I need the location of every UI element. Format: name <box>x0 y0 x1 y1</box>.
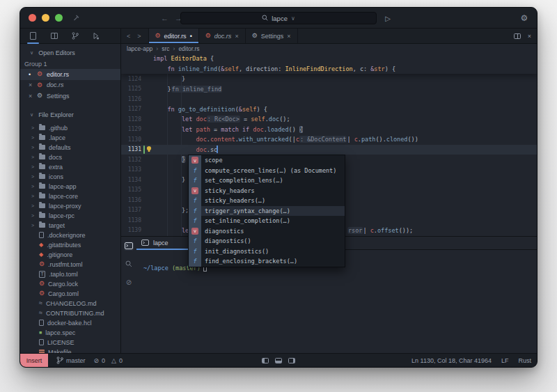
close-editor-icon[interactable]: × <box>528 33 531 40</box>
code-line[interactable]: 1124 } <box>121 74 537 84</box>
tree-file-Cargo-toml[interactable]: ⚙Cargo.toml <box>20 289 120 299</box>
completion-item[interactable]: vsticky_headers <box>189 186 345 196</box>
completion-item[interactable]: ftrigger_syntax_change(…) <box>189 206 345 217</box>
tree-file-LICENSE[interactable]: LICENSE <box>20 338 120 347</box>
completion-item[interactable]: fset_completion_lens(…) <box>189 175 345 186</box>
code-line[interactable]: 1126 <box>121 94 537 104</box>
chevron-right-icon: > <box>31 125 36 130</box>
zoom-window-button[interactable] <box>55 14 63 22</box>
close-file-icon[interactable]: × <box>29 93 33 100</box>
tree-folder-defaults[interactable]: >defaults <box>20 143 120 152</box>
completion-item[interactable]: fdiagnostics() <box>189 236 345 246</box>
tree-folder-target[interactable]: >target <box>20 221 120 230</box>
tree-folder-extra[interactable]: >extra <box>20 162 120 172</box>
file-explorer-icon[interactable] <box>29 31 38 41</box>
tree-folder-lapce-app[interactable]: >lapce-app <box>20 182 120 191</box>
tree-folder-docs[interactable]: >docs <box>20 152 120 162</box>
completion-item[interactable]: finit_diagnostics() <box>189 246 345 257</box>
nav-back-button[interactable]: ← <box>161 14 168 22</box>
tree-file--gitattributes[interactable]: ◆.gitattributes <box>20 240 120 250</box>
tree-folder-lapce-proxy[interactable]: >lapce-proxy <box>20 201 120 211</box>
rust-file-icon: ⚙ <box>205 33 211 39</box>
breadcrumb-segment[interactable]: src <box>162 45 169 52</box>
code-line[interactable]: 1125 }fn inline_find <box>121 84 537 95</box>
command-palette-input[interactable]: lapce ∨ <box>180 12 377 24</box>
code-line[interactable]: 1131 doc.sc <box>121 145 537 155</box>
tree-file--taplo-toml[interactable]: T.taplo.toml <box>20 269 120 279</box>
breadcrumb-segment[interactable]: editor.rs <box>178 45 199 52</box>
tab-doc-rs[interactable]: ⚙doc.rs× <box>199 29 246 43</box>
close-tab-icon[interactable]: × <box>235 33 238 40</box>
completion-label: diagnostics <box>201 228 244 235</box>
completion-item[interactable]: fsticky_headers(…) <box>189 196 345 206</box>
line-number: 1131 <box>121 146 141 152</box>
code-line[interactable]: 1129 let path = match if doc.loaded() { <box>121 125 537 135</box>
toggle-bottom-panel-icon[interactable] <box>275 358 282 363</box>
source-control-icon[interactable] <box>70 31 79 41</box>
problems-indicator[interactable]: ⊘0 △0 <box>94 357 123 364</box>
close-tab-icon[interactable]: × <box>287 33 290 40</box>
open-editors-header[interactable]: ∨ Open Editors <box>20 47 120 58</box>
completion-popup: vscopefcompute_screen_lines(…) (as Docum… <box>188 155 345 267</box>
tab-editor-rs[interactable]: ⚙editor.rs• <box>148 29 199 43</box>
git-branch-indicator[interactable]: master <box>56 356 86 364</box>
sticky-line[interactable]: fn inline_find(&self, direction: InlineF… <box>121 64 537 75</box>
tab-settings[interactable]: ⚙Settings× <box>246 29 298 43</box>
completion-item[interactable]: fset_inline_completion(…) <box>189 216 345 226</box>
tree-folder--lapce[interactable]: >.lapce <box>20 133 120 143</box>
line-ending[interactable]: LF <box>501 357 509 364</box>
split-editor-icon[interactable] <box>514 33 521 39</box>
tree-folder--github[interactable]: >.github <box>20 123 120 133</box>
breadcrumb-segment[interactable]: lapce-app <box>127 45 152 52</box>
tree-file-docker-bake-hcl[interactable]: docker-bake.hcl <box>20 318 120 328</box>
terminal-icon <box>125 242 133 251</box>
cursor-position[interactable]: Ln 1130, Col 18, Char 41964 <box>411 357 492 364</box>
plugin-icon[interactable] <box>49 31 58 41</box>
close-window-button[interactable] <box>29 14 36 22</box>
run-button[interactable]: ▷ <box>381 12 395 24</box>
error-list-icon: ⊘ <box>126 279 132 286</box>
tab-scroll-left-icon[interactable]: < <box>127 33 130 40</box>
tree-file-Makefile[interactable]: Makefile <box>20 347 120 354</box>
open-editor-item[interactable]: •⚙editor.rs <box>20 69 120 80</box>
tree-file-lapce-spec[interactable]: ■lapce.spec <box>20 328 120 338</box>
code-line[interactable]: 1128 let doc: Rc<Doc> = self.doc(); <box>121 114 537 125</box>
open-editor-item[interactable]: ×⚙doc.rs <box>20 80 120 91</box>
completion-item[interactable]: ffind_enclosing_brackets(…) <box>189 256 345 267</box>
tree-folder-icons[interactable]: >icons <box>20 172 120 182</box>
language-mode[interactable]: Rust <box>518 357 531 364</box>
file-label: docker-bake.hcl <box>47 320 92 327</box>
file-label: .gitattributes <box>47 242 81 249</box>
open-editor-item[interactable]: ×⚙Settings <box>20 91 120 102</box>
tree-file-Cargo-lock[interactable]: ⚙Cargo.lock <box>20 279 120 289</box>
sticky-line[interactable]: impl EditorData { <box>121 54 537 64</box>
toggle-left-panel-icon[interactable] <box>262 358 269 363</box>
completion-item[interactable]: vscope <box>189 155 345 166</box>
settings-gear-icon[interactable]: ⚙ <box>517 12 531 24</box>
tab-scroll-right-icon[interactable]: > <box>137 33 141 40</box>
folder-icon <box>39 135 45 140</box>
search-icon[interactable] <box>124 260 134 269</box>
tree-file-CHANGELOG-md[interactable]: ≈CHANGELOG.md <box>20 299 120 308</box>
folder-label: defaults <box>49 144 71 151</box>
tree-folder-lapce-core[interactable]: >lapce-core <box>20 191 120 201</box>
function-kind-icon: f <box>193 258 196 265</box>
tree-folder-lapce-rpc[interactable]: >lapce-rpc <box>20 211 120 221</box>
code-line[interactable]: 1130 doc.content.with_untracked(|c: &Doc… <box>121 134 537 145</box>
terminal-icon[interactable] <box>124 242 134 251</box>
tree-file--gitignore[interactable]: ◆.gitignore <box>20 250 120 260</box>
minimize-window-button[interactable] <box>42 14 49 22</box>
completion-item[interactable]: vdiagnostics <box>189 226 345 237</box>
tree-file--dockerignore[interactable]: .dockerignore <box>20 230 120 240</box>
error-list-icon[interactable]: ⊘ <box>124 278 134 287</box>
debug-icon[interactable] <box>91 31 100 41</box>
tree-file-CONTRIBUTING-md[interactable]: ≈CONTRIBUTING.md <box>20 308 120 318</box>
code-line[interactable]: 1127 fn go_to_definition(&self) { <box>121 104 537 115</box>
line-number: 1124 <box>121 76 141 82</box>
close-file-icon[interactable]: × <box>29 81 33 88</box>
tree-file--rustfmt-toml[interactable]: ⚙.rustfmt.toml <box>20 260 120 269</box>
completion-item[interactable]: fcompute_screen_lines(…) (as Document) <box>189 166 345 176</box>
variable-kind-icon: v <box>191 228 198 235</box>
toggle-right-panel-icon[interactable] <box>288 358 295 363</box>
file-explorer-header[interactable]: ∨ File Explorer <box>20 109 120 121</box>
